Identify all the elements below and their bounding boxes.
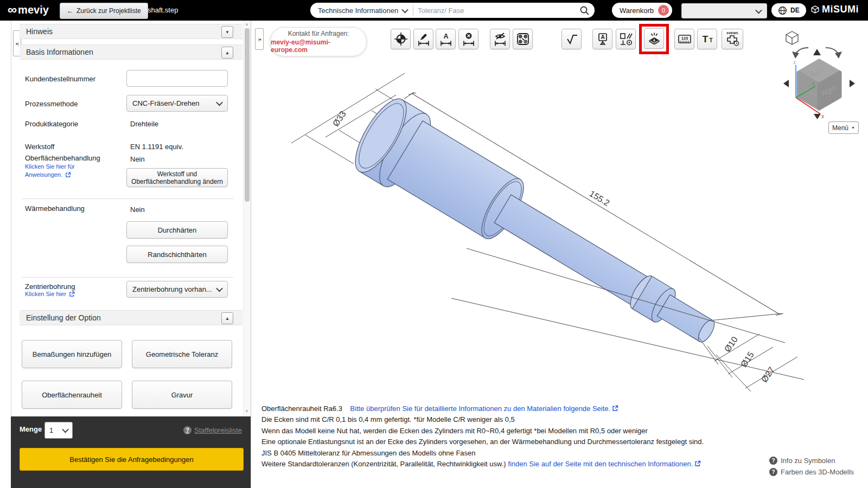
engraving-option-button[interactable]: Gravur [132,381,232,409]
topbar: ∞ meviy ← Zurück zur Projektliste shaft.… [0,0,868,21]
werkstoff-value: EN 1.1191 equiv. [130,143,183,151]
chevron-down-icon [216,285,223,292]
rotate-right-arrow-icon[interactable] [850,80,855,87]
surface-roughness-button[interactable] [561,29,582,49]
locale-label: DE [790,7,800,14]
panel-hinweis-label: Hinweis [26,27,53,36]
misumi-logo-text: MiSUMi [822,4,859,15]
dim-d27-label: Ø27 [760,365,776,384]
chevron-down-icon [401,6,409,13]
symbol-info-link[interactable]: ? Info zu Symbolen [769,457,854,465]
kundenbestellnummer-input[interactable] [126,70,228,87]
dim-d15-right-label: Ø15 [739,350,756,369]
external-link-icon [69,291,75,297]
delete-dimension-icon [462,32,476,46]
durchhaerten-button[interactable]: Durchhärten [126,221,228,239]
axis-y-label: y [812,81,814,86]
external-link-icon [65,172,71,178]
triangle-down-icon: ▼ [851,126,855,130]
question-icon: ? [183,426,192,434]
model-colors-link[interactable]: ? Farben des 3D-Modells [769,468,854,476]
menge-label: Menge [20,425,42,433]
pencil-dimension-icon [417,32,431,46]
waermebehandlung-label: Wärmebehandlung [25,204,85,213]
confirm-request-button[interactable]: Bestätigen Sie die Anfragebedingungen [20,448,244,471]
datum-pattern-button[interactable] [513,29,533,49]
text-size-button[interactable]: T T [697,29,717,49]
mini-cube-icon[interactable] [786,31,798,44]
ruler-123-icon: 123 [678,32,692,46]
scroll-down-icon[interactable]: ▼ [243,409,251,414]
anweisungen-link-line1[interactable]: Klicken Sie hier für [25,163,75,170]
help-links: ? Info zu Symbolen ? Farben des 3D-Model… [769,457,854,479]
svg-text:A: A [601,34,604,40]
werkstoff-label: Werkstoff [25,143,54,151]
zentrierbohrung-label: Zentrierbohrung [25,282,75,291]
viewer-collapse-handle[interactable]: |◂ [255,28,264,50]
origin-target-button[interactable] [391,29,411,49]
tilt-down-icon[interactable] [814,114,821,119]
scroll-up-icon[interactable]: ▲ [243,22,251,27]
edit-dimension-button[interactable] [413,29,433,49]
geometric-tolerance-icon [619,32,633,46]
engraving-button[interactable]: 4 [644,28,664,49]
triangle-up-icon: ▲ [225,50,229,55]
question-icon: ? [769,457,777,465]
anweisungen-link-line2[interactable]: Anweisungen. [25,171,71,178]
search-icon[interactable] [579,5,589,15]
annotation-balloon-button[interactable]: A [592,29,612,49]
hide-dimension-button[interactable] [490,29,510,49]
svg-text:T: T [702,34,708,44]
cart-button[interactable]: Warenkorb 0 [612,3,672,18]
note-line-2: Die Ecken sind mit C/R 0,1 bis 0,4 mm ge… [261,414,706,425]
meviy-logo: ∞ meviy [8,2,49,17]
prozessmethode-select[interactable]: CNC-Fräsen/-Drehen [126,95,228,112]
dim-d10-label: Ø10 [723,335,739,354]
option-collapse-button[interactable]: ▲ [221,312,233,324]
dim-length-label: 155.2 [588,189,611,208]
basis-collapse-button[interactable]: ▲ [221,47,233,59]
zentrierbohrung-select[interactable]: Zentrierbohrung vorhan... [126,281,228,298]
contact-card: Kontakt für Anfragen: meviy-eu@misumi-eu… [270,27,367,56]
add-dimensions-button[interactable]: Bemaßungen hinzufügen [22,340,122,368]
menge-select[interactable]: 1 [44,422,73,439]
axis-x-label: x [821,113,824,119]
text-dimension-button[interactable]: A [436,29,456,49]
viewcube-menu-button[interactable]: Menü ▼ [828,121,859,134]
tilt-up-icon[interactable] [813,49,821,55]
meviy-logo-icon: ∞ [8,2,17,17]
note-line-3: Wenn das Modell keine Nut hat, werden di… [261,426,706,436]
zentrierbohrung-link[interactable]: Klicken Sie hier [25,291,75,297]
search-category-select[interactable]: Technische Informationen [310,7,413,15]
rotate-left-arrow-icon[interactable] [783,80,789,87]
surface-roughness-option-button[interactable]: Oberflächenrauheit [22,381,122,409]
panel-header-hinweis[interactable]: Hinweis [20,24,242,39]
geometric-tolerance-button[interactable] [616,29,636,49]
rotate-right-icon[interactable] [826,48,842,59]
scrollbar-thumb[interactable] [245,28,250,202]
rotate-left-icon[interactable] [792,48,808,59]
language-select[interactable] [681,3,767,18]
misumi-logo: MiSUMi [810,4,859,15]
panel-header-option[interactable]: Einstellung der Option [20,310,242,325]
materials-info-link[interactable]: Bitte überprüfen Sie für detaillierte In… [350,404,610,413]
back-arrow-icon: ← [67,7,73,15]
change-material-button[interactable]: Werkstoff und Oberflächenbehandlung ände… [126,168,228,187]
panel-header-basis[interactable]: Basis Informationen [20,44,242,60]
external-link-icon [694,460,701,467]
six-views-button[interactable]: 6VIEWS [722,29,743,49]
randschichthaerten-button[interactable]: Randschichthärten [126,246,228,263]
annotation-balloon-icon: A [596,32,610,46]
measure-ruler-button[interactable]: 123 [674,29,694,49]
geometric-tolerance-option-button[interactable]: Geometrische Toleranz [132,340,232,368]
technical-info-link[interactable]: finden Sie auf der Seite mit den technis… [508,460,693,468]
hinweis-expand-button[interactable]: ▼ [221,26,233,38]
locale-button[interactable]: DE [771,3,806,17]
shaft-model: 155.2 [346,73,788,396]
produktkategorie-value: Drehteile [130,120,158,128]
delete-dimension-button[interactable] [458,29,478,49]
search-input[interactable] [413,7,579,15]
staffelpreisliste-link[interactable]: ? Staffelpreisliste [183,426,242,434]
contact-email-link[interactable]: meviy-eu@misumi-europe.com [271,38,366,54]
back-to-projects-button[interactable]: ← Zurück zur Projektliste [60,3,148,19]
